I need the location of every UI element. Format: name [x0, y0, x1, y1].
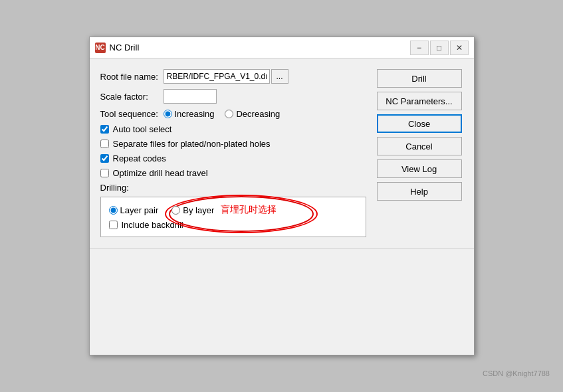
title-bar-left: NC NC Drill — [95, 43, 140, 53]
decreasing-option[interactable]: Decreasing — [225, 109, 280, 119]
window-title: NC Drill — [110, 43, 140, 52]
right-panel: Drill NC Parameters... Close Cancel View… — [377, 69, 463, 237]
close-window-button[interactable]: ✕ — [450, 41, 469, 55]
increasing-radio[interactable] — [164, 110, 172, 118]
drilling-options-row: Layer pair By layer 盲埋孔时选择 — [109, 204, 358, 216]
main-content: Root file name: ... Scale factor: Tool s… — [90, 58, 474, 248]
nc-parameters-button[interactable]: NC Parameters... — [377, 92, 462, 110]
repeat-codes-row: Repeat codes — [100, 153, 366, 163]
tool-sequence-group: Increasing Decreasing — [164, 109, 281, 119]
auto-tool-label: Auto tool select — [113, 124, 172, 134]
increasing-label: Increasing — [175, 109, 215, 119]
repeat-codes-checkbox[interactable] — [100, 154, 109, 163]
auto-tool-checkbox[interactable] — [100, 125, 109, 134]
optimize-label: Optimize drill head travel — [113, 168, 208, 178]
optimize-row: Optimize drill head travel — [100, 168, 366, 178]
tool-sequence-label: Tool sequence: — [100, 109, 164, 119]
auto-tool-row: Auto tool select — [100, 124, 366, 134]
csdn-credit: CSDN @Knight7788 — [483, 369, 550, 377]
decreasing-radio[interactable] — [225, 110, 233, 118]
separate-files-label: Separate files for plated/non-plated hol… — [113, 139, 271, 149]
by-layer-radio[interactable] — [171, 206, 180, 215]
drill-button[interactable]: Drill — [377, 69, 462, 88]
browse-button[interactable]: ... — [271, 69, 288, 84]
include-backdrill-row: Include backdrill — [109, 220, 358, 230]
root-file-input[interactable] — [164, 69, 270, 84]
include-backdrill-label: Include backdrill — [122, 220, 183, 230]
layer-pair-radio[interactable] — [109, 206, 118, 215]
scale-factor-input[interactable] — [164, 89, 217, 104]
decreasing-label: Decreasing — [236, 109, 280, 119]
minimize-button[interactable]: − — [410, 41, 429, 55]
by-layer-wrapper: By layer 盲埋孔时选择 — [171, 204, 277, 216]
help-button[interactable]: Help — [377, 182, 462, 201]
tool-sequence-row: Tool sequence: Increasing Decreasing — [100, 109, 366, 119]
root-file-label: Root file name: — [100, 72, 164, 82]
repeat-codes-label: Repeat codes — [113, 153, 166, 163]
scale-factor-row: Scale factor: — [100, 89, 366, 104]
separate-files-checkbox[interactable] — [100, 140, 109, 148]
by-layer-option[interactable]: By layer — [171, 205, 214, 215]
layer-pair-label: Layer pair — [120, 205, 159, 215]
include-backdrill-checkbox[interactable] — [109, 221, 118, 229]
title-bar: NC NC Drill − □ ✕ — [90, 37, 474, 58]
optimize-checkbox[interactable] — [100, 169, 109, 177]
maximize-button[interactable]: □ — [430, 41, 449, 55]
drilling-label: Drilling: — [100, 183, 366, 193]
cancel-button[interactable]: Cancel — [377, 137, 462, 155]
title-controls: − □ ✕ — [410, 41, 469, 55]
left-panel: Root file name: ... Scale factor: Tool s… — [100, 69, 366, 237]
root-file-row: Root file name: ... — [100, 69, 366, 84]
close-button[interactable]: Close — [377, 114, 462, 133]
drilling-box: Layer pair By layer 盲埋孔时选择 — [100, 197, 366, 237]
view-log-button[interactable]: View Log — [377, 159, 462, 178]
nc-drill-window: NC NC Drill − □ ✕ Root file name: ... Sc… — [89, 37, 475, 355]
bottom-status-bar — [90, 248, 474, 260]
annotation-text: 盲埋孔时选择 — [221, 204, 277, 216]
scale-factor-label: Scale factor: — [100, 92, 164, 102]
layer-pair-option[interactable]: Layer pair — [109, 205, 159, 215]
increasing-option[interactable]: Increasing — [164, 109, 215, 119]
separate-files-row: Separate files for plated/non-plated hol… — [100, 139, 366, 149]
app-icon: NC — [95, 43, 106, 53]
by-layer-label: By layer — [183, 205, 214, 215]
